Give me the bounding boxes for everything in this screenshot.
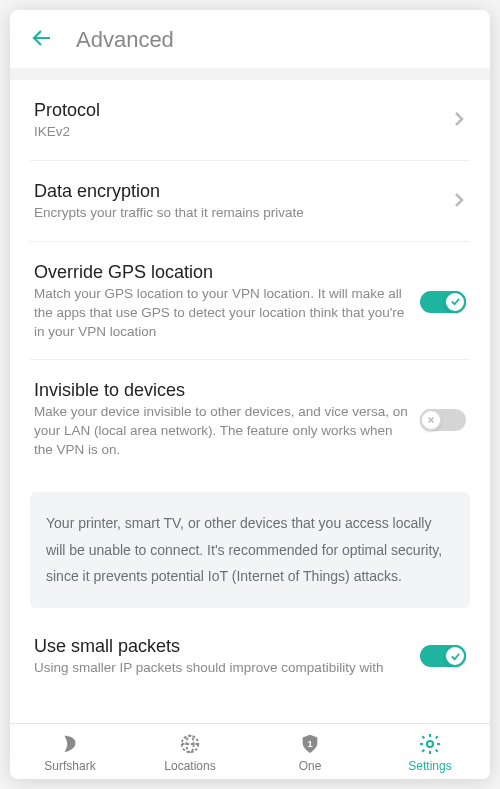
invisible-sub: Make your device invisible to other devi…	[34, 403, 408, 460]
small-packets-title: Use small packets	[34, 636, 408, 657]
small-packets-sub: Using smaller IP packets should improve …	[34, 659, 408, 677]
small-packets-toggle[interactable]	[420, 645, 466, 667]
gps-row: Override GPS location Match your GPS loc…	[30, 242, 470, 361]
chevron-right-icon	[452, 190, 466, 214]
invisible-title: Invisible to devices	[34, 380, 408, 401]
section-divider	[10, 68, 490, 80]
gear-icon	[418, 732, 442, 756]
settings-list: Protocol IKEv2 Data encryption Encrypts …	[10, 80, 490, 723]
svg-text:1: 1	[307, 739, 312, 749]
protocol-row[interactable]: Protocol IKEv2	[30, 80, 470, 161]
globe-icon	[178, 732, 202, 756]
chevron-right-icon	[452, 109, 466, 133]
nav-locations[interactable]: Locations	[130, 732, 250, 773]
settings-advanced-screen: Advanced Protocol IKEv2 Data encryption …	[10, 10, 490, 779]
invisible-row: Invisible to devices Make your device in…	[30, 360, 470, 478]
nav-one[interactable]: 1 One	[250, 732, 370, 773]
protocol-value: IKEv2	[34, 123, 440, 142]
nav-locations-label: Locations	[164, 759, 215, 773]
encryption-title: Data encryption	[34, 181, 440, 202]
page-title: Advanced	[76, 27, 174, 53]
bottom-nav: Surfshark Locations 1 One Settings	[10, 723, 490, 779]
nav-settings[interactable]: Settings	[370, 732, 490, 773]
gps-title: Override GPS location	[34, 262, 408, 283]
surfshark-icon	[58, 732, 82, 756]
shield-icon: 1	[298, 732, 322, 756]
small-packets-row: Use small packets Using smaller IP packe…	[30, 616, 470, 677]
header-bar: Advanced	[10, 10, 490, 68]
gps-toggle[interactable]	[420, 291, 466, 313]
invisible-toggle[interactable]	[420, 409, 466, 431]
nav-one-label: One	[299, 759, 322, 773]
protocol-title: Protocol	[34, 100, 440, 121]
back-icon[interactable]	[30, 26, 54, 54]
encryption-row[interactable]: Data encryption Encrypts your traffic so…	[30, 161, 470, 242]
nav-surfshark-label: Surfshark	[44, 759, 95, 773]
nav-surfshark[interactable]: Surfshark	[10, 732, 130, 773]
encryption-sub: Encrypts your traffic so that it remains…	[34, 204, 440, 223]
gps-sub: Match your GPS location to your VPN loca…	[34, 285, 408, 342]
invisible-info-card: Your printer, smart TV, or other devices…	[30, 492, 470, 608]
svg-point-7	[427, 741, 433, 747]
nav-settings-label: Settings	[408, 759, 451, 773]
